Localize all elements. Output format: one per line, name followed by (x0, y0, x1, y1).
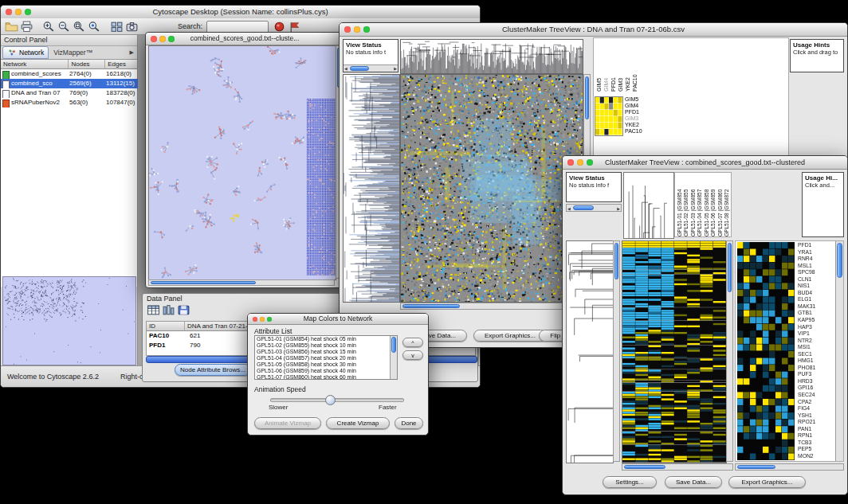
tv1-titlebar[interactable]: ClusterMaker TreeView : DNA and Tran 07-… (340, 23, 847, 37)
columns-icon[interactable] (162, 304, 175, 316)
open-folder-icon[interactable] (5, 21, 18, 33)
gene-label[interactable]: GTB1 (798, 310, 833, 317)
tab-vizmapper[interactable]: VizMapper™ (49, 47, 97, 58)
zoom-in-icon[interactable] (42, 21, 56, 33)
floppy-icon[interactable] (177, 304, 190, 316)
attribute-list-item[interactable]: GPL51-05 (GSM858) heat shock 30 min (255, 361, 390, 368)
animate-vizmap-button[interactable]: Animate Vizmap (254, 417, 321, 429)
tv2-column-dendrogram[interactable] (623, 172, 674, 239)
gene-label[interactable]: PAN1 (798, 426, 833, 433)
attribute-list-item[interactable]: GPL51-01 (GSM854) heat shock 05 min (255, 336, 390, 342)
move-down-button[interactable]: v (402, 350, 423, 360)
gene-label[interactable]: MSI1 (798, 344, 833, 351)
tv2-view-status-scrollbar[interactable]: ◀ ▶ (566, 204, 622, 212)
zoom-fit-icon[interactable] (73, 21, 86, 33)
gene-label[interactable]: MSL1 (798, 263, 833, 270)
tv2-gene-scrollbar[interactable] (835, 241, 843, 461)
gene-label[interactable]: YSH1 (798, 412, 833, 420)
gene-label[interactable]: SEC1 (798, 351, 833, 358)
network-row-selected[interactable]: combined_sco 2569(6) 13112(15) (1, 79, 138, 88)
col-network[interactable]: Network (1, 60, 69, 69)
record-icon[interactable] (273, 21, 286, 33)
gene-label[interactable]: HMG1 (798, 357, 833, 365)
tab-overflow-arrow[interactable]: ▶ (130, 49, 134, 56)
close-icon[interactable] (253, 317, 257, 322)
tv2-settings-button[interactable]: Settings... (603, 476, 657, 488)
tv2-horizontal-scrollbar-left[interactable] (622, 463, 733, 471)
view-status-scrollbar[interactable]: ◀ ▶ (344, 64, 398, 72)
node-attribute-browser-button[interactable]: Node Attribute Brows... (175, 364, 251, 376)
tv1-column-dendrogram[interactable] (400, 39, 583, 74)
maximize-icon[interactable] (168, 36, 175, 42)
tv2-heatmap-scrollbar[interactable] (726, 240, 733, 462)
tv1-zoom-heatmap[interactable] (595, 96, 623, 136)
gene-label[interactable]: BUD4 (798, 290, 833, 297)
gene-label[interactable]: NIS1 (798, 283, 833, 290)
gene-label[interactable]: PFD1 (798, 242, 833, 249)
gene-label[interactable]: SPC98 (798, 269, 833, 276)
gene-label[interactable]: RPO21 (798, 419, 833, 426)
gene-label[interactable]: GPI16 (798, 385, 833, 392)
network-overview-canvas[interactable] (2, 276, 136, 365)
gene-label[interactable]: KAP95 (798, 317, 833, 324)
move-up-button[interactable]: ^ (402, 338, 423, 347)
slider-thumb[interactable] (325, 395, 336, 405)
tv1-row-dendrogram[interactable] (343, 74, 400, 303)
gene-label[interactable]: ELG1 (798, 296, 833, 303)
attribute-list-item[interactable]: GPL51-02 (GSM855) heat shock 10 min (255, 342, 390, 349)
maximize-icon[interactable] (267, 317, 272, 322)
close-icon[interactable] (151, 36, 157, 42)
tv2-save-data-button[interactable]: Save Data... (665, 476, 722, 488)
gene-label[interactable]: PHO81 (798, 365, 833, 372)
network-horizontal-scrollbar[interactable] (148, 279, 335, 286)
close-icon[interactable] (567, 159, 574, 166)
col-edges[interactable]: Edges (105, 60, 137, 69)
tv2-row-dendrogram[interactable] (566, 240, 614, 463)
attribute-list-scrollbar[interactable] (390, 336, 397, 379)
tv2-titlebar[interactable]: ClusterMaker TreeView : combined_scores_… (563, 156, 847, 170)
flag-icon[interactable] (288, 21, 301, 33)
gene-label[interactable]: VIP1 (798, 330, 833, 338)
gene-label[interactable]: CPA2 (798, 399, 833, 406)
gene-label[interactable]: MON2 (798, 453, 833, 460)
gene-label[interactable]: CLN1 (798, 276, 833, 283)
gene-label[interactable]: NTR2 (798, 338, 833, 345)
close-icon[interactable] (6, 9, 12, 15)
tv2-export-graphics-button[interactable]: Export Graphics... (728, 476, 806, 488)
snapshot-icon[interactable] (125, 21, 139, 33)
gene-label[interactable]: HRD3 (798, 378, 833, 385)
zoom-out-icon[interactable] (57, 21, 71, 33)
maximize-icon[interactable] (587, 159, 593, 166)
gene-label[interactable]: HAP3 (798, 324, 833, 331)
gene-label[interactable]: RPN1 (798, 432, 833, 440)
gene-label[interactable]: YRA1 (798, 249, 833, 256)
tv1-export-graphics-button[interactable]: Export Graphics... (473, 330, 547, 342)
tab-network[interactable]: Network (2, 46, 49, 59)
grid-icon[interactable] (110, 21, 124, 33)
tv2-horizontal-scrollbar-right[interactable] (735, 463, 844, 471)
attribute-list-item[interactable]: GPL51-06 (GSM859) heat shock 40 min (255, 368, 390, 374)
network-row[interactable]: combined_scores 2764(0) 16218(0) (1, 69, 138, 79)
gene-label[interactable]: TCB3 (798, 440, 833, 447)
minimize-icon[interactable] (354, 26, 360, 33)
animation-speed-slider[interactable] (270, 398, 404, 402)
gene-label[interactable]: RNR4 (798, 256, 833, 263)
attribute-listbox[interactable]: GPL51-01 (GSM854) heat shock 05 minGPL51… (254, 335, 398, 380)
zoom-selected-icon[interactable] (88, 21, 101, 33)
minimize-icon[interactable] (260, 317, 265, 322)
tv2-dendrogram-scrollbar[interactable] (613, 240, 620, 462)
network-view-titlebar[interactable]: combined_scores_good.txt--cluste... (146, 33, 344, 45)
attribute-list-item[interactable]: GPL51-04 (GSM857) heat shock 20 min (255, 355, 390, 361)
main-titlebar[interactable]: Cytoscape Desktop (Session Name: collins… (1, 6, 480, 19)
minimize-icon[interactable] (159, 36, 166, 42)
gene-label[interactable]: MAK31 (798, 303, 833, 311)
attribute-list-item[interactable]: GPL51-03 (GSM856) heat shock 15 min (255, 349, 390, 355)
tv1-heatmap[interactable] (400, 74, 583, 303)
maximize-icon[interactable] (363, 26, 370, 33)
minimize-icon[interactable] (15, 9, 22, 15)
tv2-heatmap[interactable] (622, 240, 727, 463)
printer-icon[interactable] (20, 21, 33, 33)
attribute-list-item[interactable]: GPL51-07 (GSM860) heat shock 60 min (255, 374, 390, 379)
done-button[interactable]: Done (395, 417, 423, 429)
gene-label[interactable]: PUF3 (798, 371, 833, 378)
